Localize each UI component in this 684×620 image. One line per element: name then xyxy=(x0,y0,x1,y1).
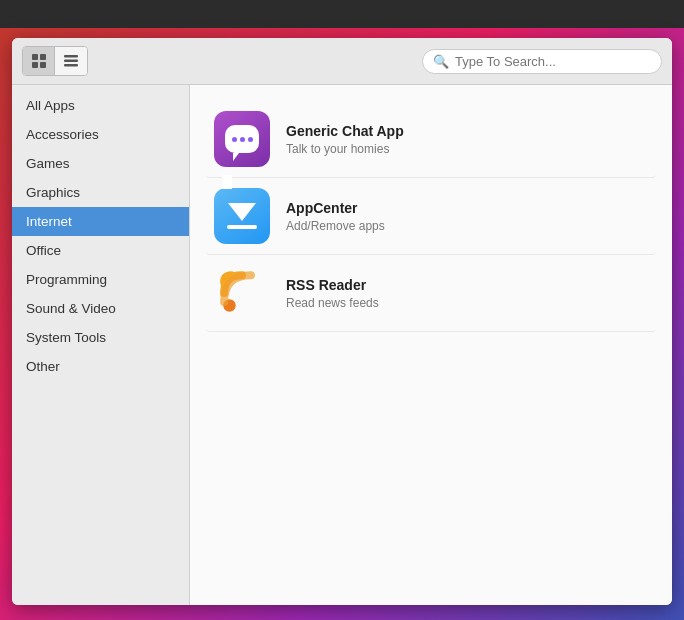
app-name-rss-reader: RSS Reader xyxy=(286,277,379,293)
sidebar-item-all-apps[interactable]: All Apps xyxy=(12,91,189,120)
content-area: All AppsAccessoriesGamesGraphicsInternet… xyxy=(12,85,672,605)
sidebar: All AppsAccessoriesGamesGraphicsInternet… xyxy=(12,85,190,605)
sidebar-item-office[interactable]: Office xyxy=(12,236,189,265)
svg-rect-6 xyxy=(64,64,78,67)
sidebar-item-games[interactable]: Games xyxy=(12,149,189,178)
app-icon-rss xyxy=(214,265,270,321)
title-bar xyxy=(0,0,684,28)
app-desc-rss-reader: Read news feeds xyxy=(286,296,379,310)
app-info-generic-chat: Generic Chat App Talk to your homies xyxy=(286,123,404,156)
app-list: Generic Chat App Talk to your homies App… xyxy=(190,85,672,605)
app-info-appcenter: AppCenter Add/Remove apps xyxy=(286,200,385,233)
app-desc-appcenter: Add/Remove apps xyxy=(286,219,385,233)
svg-rect-1 xyxy=(40,54,46,60)
search-icon: 🔍 xyxy=(433,54,449,69)
sidebar-item-sound-video[interactable]: Sound & Video xyxy=(12,294,189,323)
sidebar-item-system-tools[interactable]: System Tools xyxy=(12,323,189,352)
svg-rect-4 xyxy=(64,55,78,58)
app-item-appcenter[interactable]: AppCenter Add/Remove apps xyxy=(206,178,656,255)
app-info-rss-reader: RSS Reader Read news feeds xyxy=(286,277,379,310)
svg-rect-3 xyxy=(40,62,46,68)
search-box[interactable]: 🔍 xyxy=(422,49,662,74)
main-window: 🔍 All AppsAccessoriesGamesGraphicsIntern… xyxy=(12,38,672,605)
grid-view-button[interactable] xyxy=(23,47,55,75)
toolbar: 🔍 xyxy=(12,38,672,85)
sidebar-item-internet[interactable]: Internet xyxy=(12,207,189,236)
app-icon-chat xyxy=(214,111,270,167)
app-name-generic-chat: Generic Chat App xyxy=(286,123,404,139)
sidebar-item-other[interactable]: Other xyxy=(12,352,189,381)
sidebar-item-programming[interactable]: Programming xyxy=(12,265,189,294)
sidebar-item-graphics[interactable]: Graphics xyxy=(12,178,189,207)
app-item-rss-reader[interactable]: RSS Reader Read news feeds xyxy=(206,255,656,332)
sidebar-item-accessories[interactable]: Accessories xyxy=(12,120,189,149)
view-toggle xyxy=(22,46,88,76)
search-input[interactable] xyxy=(455,54,651,69)
app-desc-generic-chat: Talk to your homies xyxy=(286,142,404,156)
app-item-generic-chat[interactable]: Generic Chat App Talk to your homies xyxy=(206,101,656,178)
svg-rect-0 xyxy=(32,54,38,60)
app-name-appcenter: AppCenter xyxy=(286,200,385,216)
list-view-button[interactable] xyxy=(55,47,87,75)
svg-rect-2 xyxy=(32,62,38,68)
app-icon-appcenter xyxy=(214,188,270,244)
svg-rect-5 xyxy=(64,60,78,63)
